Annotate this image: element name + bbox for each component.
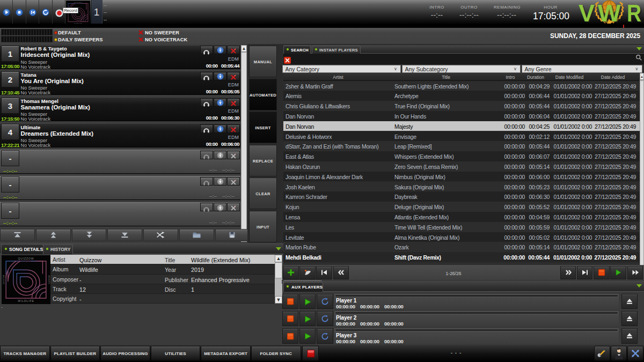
svg-text:QUIZZOW: QUIZZOW	[18, 257, 34, 260]
svg-text:WILDLIFE: WILDLIFE	[18, 299, 34, 302]
svg-text:QUIZZOW: QUIZZOW	[74, 2, 82, 3]
svg-text:WILDLIFE: WILDLIFE	[89, 10, 90, 15]
svg-text:V: V	[579, 0, 595, 25]
svg-text:W: W	[598, 0, 621, 25]
svg-text:R: R	[627, 0, 641, 25]
svg-text:WILDLIFE: WILDLIFE	[48, 275, 50, 284]
svg-text:QUIZZOW: QUIZZOW	[3, 275, 5, 284]
